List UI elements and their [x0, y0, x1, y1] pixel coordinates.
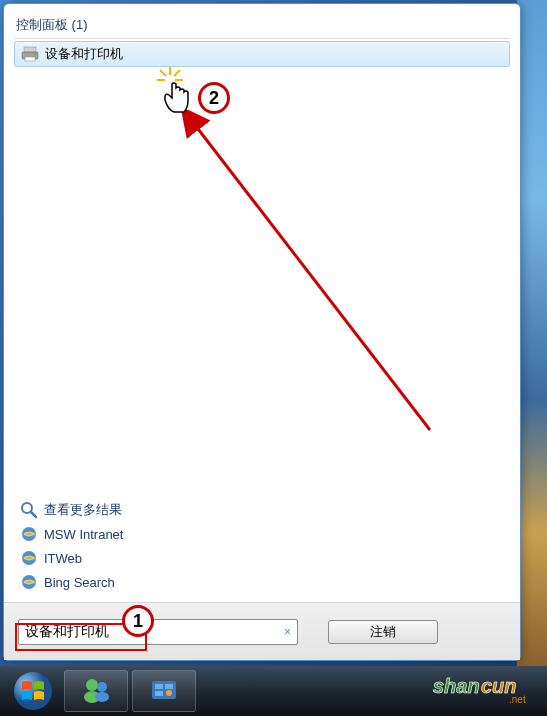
taskbar-messenger[interactable] — [64, 670, 128, 712]
search-results-area: 控制面板 (1) 设备和打印机 查看更多结 — [4, 4, 520, 602]
svg-rect-21 — [155, 684, 163, 689]
search-input[interactable] — [25, 624, 273, 640]
svg-rect-2 — [25, 57, 35, 61]
link-label: ITWeb — [44, 551, 82, 566]
clear-search-icon[interactable]: × — [284, 625, 291, 639]
search-bar: × 注销 — [4, 602, 520, 660]
svg-rect-23 — [155, 691, 163, 696]
messenger-icon — [80, 675, 112, 707]
ie-globe-icon — [20, 525, 38, 543]
control-panel-icon — [148, 675, 180, 707]
taskbar-control-panel[interactable] — [132, 670, 196, 712]
printer-icon — [21, 45, 39, 63]
ie-globe-icon — [20, 549, 38, 567]
logout-label: 注销 — [370, 623, 396, 641]
svg-rect-22 — [165, 684, 173, 689]
result-devices-and-printers[interactable]: 设备和打印机 — [14, 41, 510, 67]
svg-line-5 — [31, 512, 36, 517]
link-label: MSW Intranet — [44, 527, 123, 542]
search-box[interactable]: × — [18, 619, 298, 645]
magnifier-icon — [20, 501, 38, 519]
see-more-results-link[interactable]: 查看更多结果 — [14, 498, 510, 522]
svg-rect-20 — [152, 681, 176, 699]
svg-point-19 — [95, 692, 109, 702]
link-label: 查看更多结果 — [44, 501, 122, 519]
result-label: 设备和打印机 — [45, 45, 123, 63]
svg-rect-0 — [24, 47, 36, 52]
start-menu-search-panel: 控制面板 (1) 设备和打印机 查看更多结 — [3, 3, 521, 661]
results-group-header: 控制面板 (1) — [14, 12, 510, 39]
logout-button[interactable]: 注销 — [328, 620, 438, 644]
bing-search-link[interactable]: Bing Search — [14, 570, 510, 594]
msw-intranet-link[interactable]: MSW Intranet — [14, 522, 510, 546]
itweb-link[interactable]: ITWeb — [14, 546, 510, 570]
windows-logo-icon — [12, 670, 54, 712]
taskbar — [0, 666, 547, 716]
svg-point-3 — [34, 53, 36, 55]
svg-point-16 — [86, 679, 98, 691]
svg-point-24 — [166, 690, 172, 696]
svg-point-18 — [97, 682, 107, 692]
link-label: Bing Search — [44, 575, 115, 590]
bottom-links-section: 查看更多结果 MSW Intranet ITWe — [14, 498, 510, 594]
ie-globe-icon — [20, 573, 38, 591]
start-button[interactable] — [4, 669, 62, 713]
desktop-background — [517, 0, 547, 666]
svg-point-15 — [14, 672, 52, 710]
